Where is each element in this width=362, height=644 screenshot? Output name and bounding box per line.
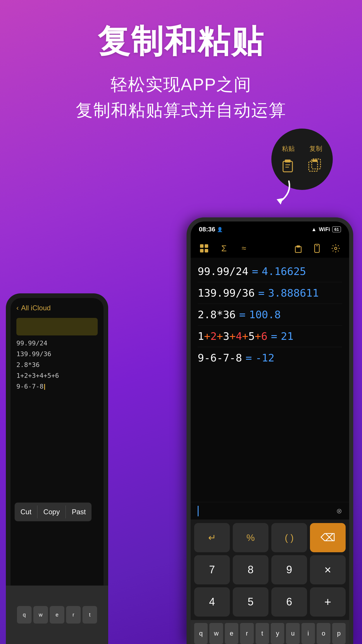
key-enter[interactable]: ↵ (194, 523, 230, 552)
back-phone-list: 99.99/24 139.99/36 2.8*36 1+2+3+4+5+6 9-… (11, 315, 104, 395)
status-person-icon: 👤 (217, 227, 223, 232)
context-menu: Cut Copy Past (15, 503, 92, 521)
input-cursor (198, 506, 199, 516)
key-4[interactable]: 4 (194, 587, 230, 617)
copy-label: 复制 (309, 144, 322, 153)
svg-rect-8 (200, 244, 204, 248)
bkey-r[interactable]: r (240, 623, 254, 644)
key-9[interactable]: 9 (271, 555, 307, 584)
key-q[interactable]: q (17, 606, 32, 624)
arrow-indicator (268, 178, 298, 207)
svg-marker-7 (277, 198, 283, 205)
keyboard-row-1: q w e r t (17, 606, 97, 624)
bkey-p[interactable]: p (332, 623, 346, 644)
bkey-y[interactable]: y (271, 623, 284, 644)
calc-row-5: 9-6-7-8 = -12 (198, 347, 342, 368)
bkey-u[interactable]: u (286, 623, 299, 644)
toolbar-left: Σ ≈ (198, 242, 250, 255)
back-item-2: 139.99/36 (16, 349, 98, 359)
front-phone-screen: 08:36 👤 ▲ WiFi 61 (191, 221, 349, 644)
front-phone: 08:36 👤 ▲ WiFi 61 (187, 217, 353, 644)
badge-icons (280, 156, 325, 174)
bkey-o[interactable]: o (317, 623, 330, 644)
back-phone-nav: ‹ All iCloud (16, 304, 98, 312)
result-2: 3.888611 (268, 287, 319, 299)
toolbar-approx-icon[interactable]: ≈ (237, 242, 250, 255)
toolbar-sigma-icon[interactable]: Σ (218, 242, 230, 255)
status-right: ▲ WiFi 61 (311, 226, 341, 233)
paste-label: 粘贴 (282, 144, 295, 153)
calc-row-2: 139.99/36 = 3.888611 (198, 282, 342, 304)
context-copy[interactable]: Copy (37, 505, 66, 518)
key-multiply[interactable]: × (310, 555, 346, 584)
context-cut[interactable]: Cut (15, 505, 37, 518)
bkey-e[interactable]: e (225, 623, 238, 644)
expr-1: 99.99/24 (198, 265, 248, 277)
back-item-5: 9-6-7-8 (16, 381, 98, 392)
key-7[interactable]: 7 (194, 555, 230, 584)
dynamic-island (249, 226, 290, 236)
background-phone: ‹ All iCloud 99.99/24 139.99/36 2.8*36 1… (6, 293, 108, 644)
back-nav-icon: ‹ (16, 304, 19, 312)
key-8[interactable]: 8 (233, 555, 268, 584)
expr-5: 9-6-7-8 (198, 352, 242, 364)
key-6[interactable]: 6 (271, 587, 307, 617)
key-plus[interactable]: + (310, 587, 346, 617)
badge-labels: 粘贴 复制 (282, 144, 322, 153)
bkey-i[interactable]: i (301, 623, 315, 644)
toolbar-grid-icon[interactable] (198, 242, 211, 255)
toolbar-phone-icon[interactable] (311, 242, 323, 255)
back-item-1: 99.99/24 (16, 338, 98, 349)
svg-rect-1 (285, 160, 291, 162)
bkey-q[interactable]: q (194, 623, 208, 644)
key-e[interactable]: e (50, 606, 64, 624)
svg-point-16 (335, 247, 337, 250)
back-phone-header: ‹ All iCloud (11, 298, 104, 315)
svg-rect-9 (205, 244, 208, 248)
status-left: 08:36 👤 (199, 226, 223, 233)
result-3: 100.8 (249, 309, 281, 321)
back-nav-label: All iCloud (21, 304, 51, 312)
signal-icon: ▲ (311, 226, 317, 233)
expr-3: 2.8*36 (198, 309, 236, 321)
key-w[interactable]: w (33, 606, 48, 624)
eq-2: = (258, 287, 265, 299)
key-backspace[interactable]: ⌫ (310, 523, 346, 552)
context-paste[interactable]: Past (66, 505, 92, 518)
main-title: 复制和粘贴 (0, 23, 362, 59)
expr-2: 139.99/36 (198, 287, 255, 299)
bkey-t[interactable]: t (256, 623, 269, 644)
svg-rect-6 (312, 160, 318, 162)
highlight-row (16, 318, 98, 335)
clear-button[interactable]: ⊗ (336, 507, 342, 515)
calc-row-4: 1+2+3+4+5+6 = 21 (198, 326, 342, 347)
svg-rect-10 (200, 249, 204, 252)
status-time: 08:36 (199, 226, 215, 233)
eq-3: = (239, 309, 246, 321)
calc-toolbar: Σ ≈ (191, 239, 349, 258)
back-phone-screen: ‹ All iCloud 99.99/24 139.99/36 2.8*36 1… (11, 298, 104, 644)
battery-indicator: 61 (332, 226, 341, 232)
key-5[interactable]: 5 (233, 587, 268, 617)
calc-input-row[interactable]: ⊗ (191, 502, 349, 520)
calc-display: 99.99/24 = 4.16625 139.99/36 = 3.888611 … (191, 258, 349, 502)
key-parens[interactable]: ( ) (271, 523, 307, 552)
key-r[interactable]: r (66, 606, 81, 624)
paste-icon[interactable] (280, 156, 298, 174)
svg-rect-4 (309, 161, 318, 171)
header-section: 复制和粘贴 轻松实现APP之间 复制和粘贴算式并自动运算 (0, 0, 362, 134)
calc-row-3: 2.8*36 = 100.8 (198, 304, 342, 326)
toolbar-settings-icon[interactable] (329, 242, 342, 255)
eq-4: = (271, 330, 277, 342)
toolbar-clipboard-icon[interactable] (292, 242, 305, 255)
key-t[interactable]: t (82, 606, 97, 624)
result-4: 21 (281, 330, 293, 342)
bkey-w[interactable]: w (209, 623, 223, 644)
sub-title-2: 复制和粘贴算式并自动运算 (0, 99, 362, 122)
copy-icon[interactable] (306, 156, 325, 174)
status-bar-area: 08:36 👤 ▲ WiFi 61 (191, 221, 349, 239)
result-5: -12 (255, 352, 274, 364)
svg-rect-0 (283, 161, 292, 172)
bottom-keyboard: q w e r t y u i o p (191, 620, 349, 644)
key-percent[interactable]: % (233, 523, 268, 552)
